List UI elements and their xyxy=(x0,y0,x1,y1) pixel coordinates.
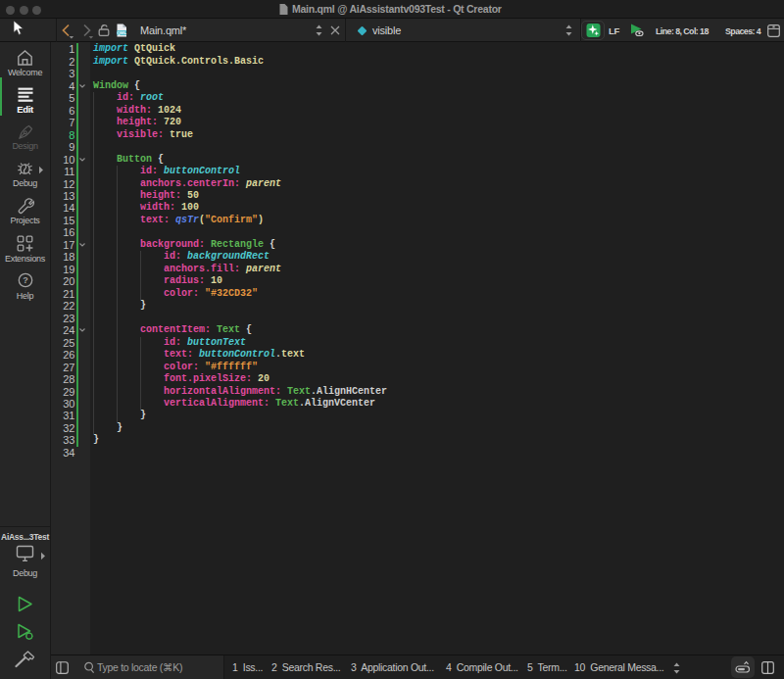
svg-text:QML: QML xyxy=(117,30,126,35)
svg-text:?: ? xyxy=(23,275,28,285)
